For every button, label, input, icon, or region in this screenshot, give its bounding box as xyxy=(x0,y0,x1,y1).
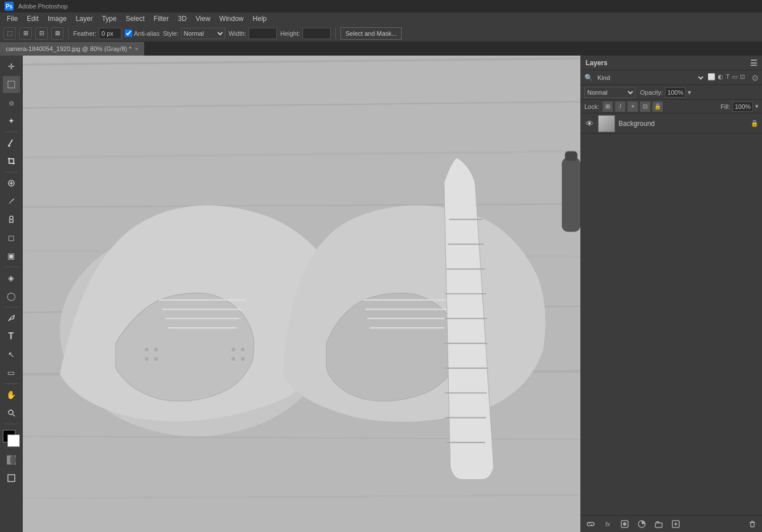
tool-mode-subtract[interactable]: ⊟ xyxy=(35,27,48,40)
crop-tool[interactable] xyxy=(3,153,20,170)
marquee-tool[interactable] xyxy=(3,76,20,93)
svg-point-7 xyxy=(9,410,13,415)
tool-mode-intersect[interactable]: ⊠ xyxy=(51,27,64,40)
heal-tool[interactable] xyxy=(3,175,20,192)
menu-window[interactable]: Window xyxy=(215,14,249,24)
svg-rect-54 xyxy=(655,523,662,527)
lock-image-btn[interactable]: / xyxy=(615,102,625,112)
tool-mode-add[interactable]: ⊞ xyxy=(19,27,32,40)
menu-layer[interactable]: Layer xyxy=(71,14,97,24)
menu-3d[interactable]: 3D xyxy=(173,14,191,24)
svg-point-52 xyxy=(623,522,626,526)
layers-footer: fx xyxy=(581,515,762,532)
link-layers-btn[interactable] xyxy=(584,518,597,530)
width-input[interactable] xyxy=(249,28,277,39)
layer-kind-select[interactable]: Kind Name Effect Mode Attribute Color xyxy=(595,74,705,82)
svg-point-32 xyxy=(241,348,245,352)
shape-tool[interactable]: ▭ xyxy=(3,364,20,381)
svg-line-8 xyxy=(12,414,15,416)
delete-layer-btn[interactable] xyxy=(746,518,759,530)
tool-sep-2 xyxy=(5,172,18,172)
blend-mode-select[interactable]: Normal Dissolve Multiply Screen Overlay xyxy=(584,87,635,98)
svg-point-27 xyxy=(145,348,149,352)
pen-tool[interactable] xyxy=(3,310,20,327)
lasso-tool[interactable]: ⌾ xyxy=(3,94,20,111)
new-layer-btn[interactable] xyxy=(670,518,682,530)
tool-sep-1 xyxy=(5,132,18,132)
adjustment-filter-icon[interactable]: ◐ xyxy=(718,73,723,82)
layer-visibility-eye[interactable]: 👁 xyxy=(584,119,595,129)
pixel-filter-icon[interactable]: ⬜ xyxy=(708,73,715,82)
magic-wand-tool[interactable]: ✦ xyxy=(3,112,20,129)
add-mask-btn[interactable] xyxy=(618,518,631,530)
lock-pixels-btn[interactable]: ⊞ xyxy=(603,102,613,112)
tab-close-button[interactable]: × xyxy=(135,45,138,52)
menu-help[interactable]: Help xyxy=(248,14,271,24)
blur-tool[interactable]: ◈ xyxy=(3,269,20,286)
layer-lock-icon: 🔒 xyxy=(751,120,759,127)
type-tool[interactable]: T xyxy=(3,328,20,345)
menu-type[interactable]: Type xyxy=(97,14,121,24)
background-color[interactable] xyxy=(7,434,20,447)
lock-artboard-btn[interactable]: ⊡ xyxy=(640,102,650,112)
quick-mask-btn[interactable] xyxy=(3,451,20,468)
filter-toggle[interactable]: ⊙ xyxy=(752,73,759,82)
hand-tool[interactable]: ✋ xyxy=(3,386,20,403)
tool-sep-4 xyxy=(5,307,18,307)
fill-input[interactable] xyxy=(732,102,753,112)
tool-mode-new[interactable]: ⬚ xyxy=(3,27,16,40)
menu-view[interactable]: View xyxy=(191,14,215,24)
fill-dropdown-icon[interactable]: ▾ xyxy=(755,103,759,110)
menu-filter[interactable]: Filter xyxy=(149,14,174,24)
type-filter-icon[interactable]: T xyxy=(726,73,730,82)
app-icon: Ps xyxy=(5,2,14,11)
feather-input[interactable] xyxy=(99,28,121,39)
canvas-area: Layer from Background... Duplicate Layer… xyxy=(23,56,580,532)
select-mask-button[interactable]: Select and Mask... xyxy=(340,27,402,40)
document-tab[interactable]: camera-1840054_1920.jpg @ 80% (Gray/8) *… xyxy=(0,42,145,56)
tab-bar: camera-1840054_1920.jpg @ 80% (Gray/8) *… xyxy=(0,42,762,56)
lock-position-btn[interactable]: + xyxy=(628,102,638,112)
svg-rect-49 xyxy=(562,158,580,232)
group-layers-btn[interactable] xyxy=(652,518,665,530)
opacity-input[interactable] xyxy=(665,87,685,98)
sep2 xyxy=(335,28,336,39)
style-label: Style: xyxy=(163,30,179,37)
layers-menu-icon[interactable]: ☰ xyxy=(750,58,757,67)
dodge-tool[interactable]: ◯ xyxy=(3,288,20,305)
fx-btn[interactable]: fx xyxy=(601,518,614,530)
sep1 xyxy=(68,28,69,39)
layers-title: Layers xyxy=(586,59,608,67)
opacity-dropdown-icon[interactable]: ▾ xyxy=(688,88,691,96)
layer-row-background[interactable]: 👁 Background 🔒 xyxy=(581,113,762,134)
menu-file[interactable]: File xyxy=(2,14,22,24)
menu-select[interactable]: Select xyxy=(121,14,149,24)
width-group: Width: xyxy=(229,28,277,39)
brush-tool[interactable] xyxy=(3,193,20,210)
screen-mode-btn[interactable] xyxy=(3,470,20,487)
fill-label: Fill: xyxy=(721,103,730,110)
feather-group: Feather: xyxy=(73,28,121,39)
filter-icons: ⬜ ◐ T ▭ ⊡ ⊙ xyxy=(708,73,759,82)
eyedropper-tool[interactable] xyxy=(3,134,20,151)
color-swatches xyxy=(2,429,21,448)
menu-image[interactable]: Image xyxy=(43,14,71,24)
zoom-tool[interactable] xyxy=(3,404,20,421)
feather-label: Feather: xyxy=(73,30,96,37)
gradient-tool[interactable]: ▣ xyxy=(3,247,20,264)
eraser-tool[interactable]: ◻ xyxy=(3,229,20,246)
shape-filter-icon[interactable]: ▭ xyxy=(732,73,738,82)
stamp-tool[interactable] xyxy=(3,211,20,228)
smart-obj-filter-icon[interactable]: ⊡ xyxy=(740,73,745,82)
antialias-checkbox[interactable] xyxy=(125,29,132,37)
menu-edit[interactable]: Edit xyxy=(22,14,43,24)
svg-rect-0 xyxy=(8,81,15,88)
path-select-tool[interactable]: ↖ xyxy=(3,346,20,363)
add-adjustment-btn[interactable] xyxy=(635,518,648,530)
svg-point-28 xyxy=(154,348,158,352)
svg-rect-10 xyxy=(10,455,16,465)
style-select[interactable]: Normal Fixed Ratio Fixed Size xyxy=(181,28,225,39)
move-tool[interactable]: ✛ xyxy=(3,58,20,75)
height-input[interactable] xyxy=(302,28,331,39)
lock-all-btn[interactable]: 🔒 xyxy=(652,102,663,112)
